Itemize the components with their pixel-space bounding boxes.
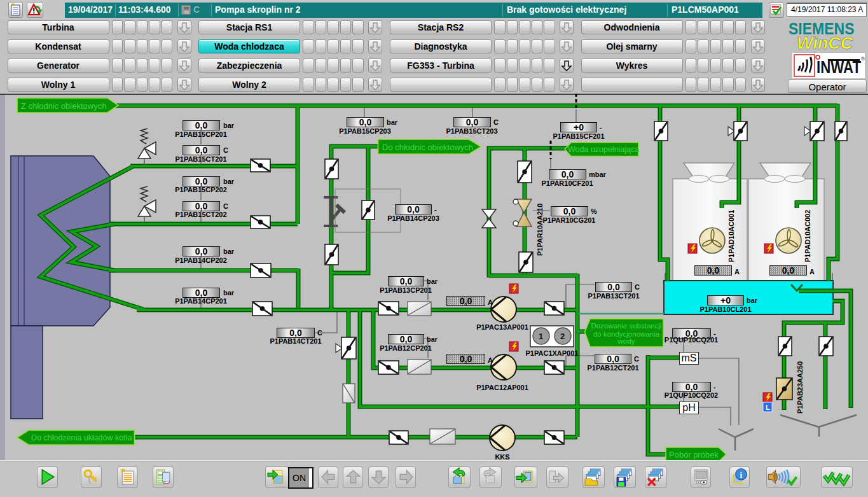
- svg-text:Do chłodzenia układów kotła: Do chłodzenia układów kotła: [31, 433, 132, 442]
- svg-text:Do chłodnic obiektowych: Do chłodnic obiektowych: [382, 143, 473, 152]
- svg-text:Dozowanie substancji: Dozowanie substancji: [591, 322, 661, 330]
- svg-text:wody: wody: [617, 337, 635, 345]
- svg-text:Z chłodnic obiektowych: Z chłodnic obiektowych: [21, 101, 106, 111]
- svg-text:i: i: [740, 470, 743, 480]
- svg-text:Pobór próbek: Pobór próbek: [669, 450, 719, 459]
- svg-text:Woda uzupełniająca: Woda uzupełniająca: [568, 145, 639, 154]
